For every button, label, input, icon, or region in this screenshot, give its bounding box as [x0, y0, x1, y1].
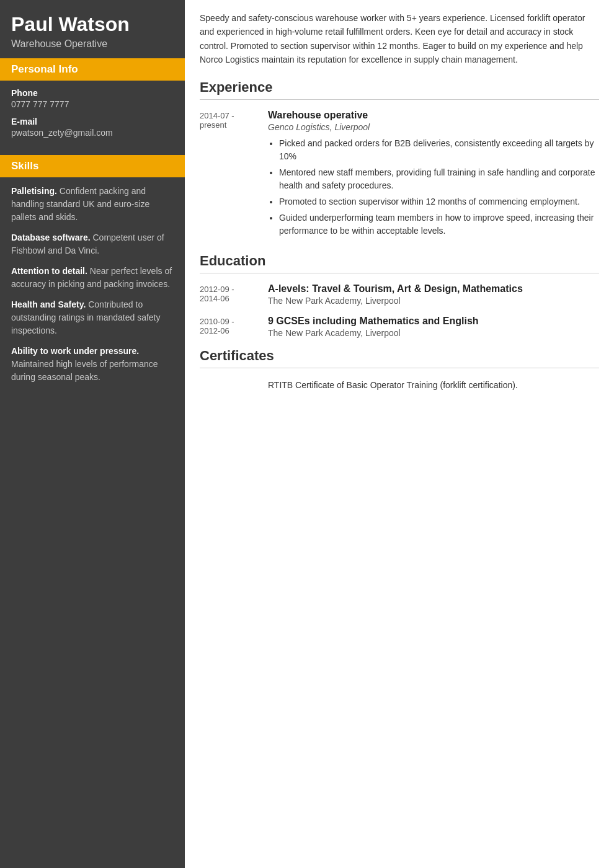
edu-content: 9 GCSEs including Mathematics and Englis…	[268, 316, 599, 338]
candidate-job-title: Warehouse Operative	[11, 38, 174, 50]
edu-school: The New Park Academy, Liverpool	[268, 296, 599, 306]
bullet-item: Mentored new staff members, providing fu…	[279, 166, 599, 192]
entry-content: Warehouse operativeGenco Logistics, Live…	[268, 110, 599, 241]
experience-entry: 2014-07 - presentWarehouse operativeGenc…	[200, 110, 599, 241]
education-entry: 2012-09 - 2014-06A-levels: Travel & Tour…	[200, 283, 599, 306]
skills-section: Palletising. Confident packing and handl…	[0, 185, 185, 401]
phone-value: 0777 777 7777	[11, 99, 174, 109]
education-list: 2012-09 - 2014-06A-levels: Travel & Tour…	[200, 283, 599, 338]
sidebar: Paul Watson Warehouse Operative Personal…	[0, 0, 185, 868]
summary-text: Speedy and safety-conscious warehouse wo…	[200, 11, 599, 67]
entry-date: 2014-07 - present	[200, 110, 268, 241]
certificates-header: Certificates	[200, 348, 599, 364]
education-header: Education	[200, 253, 599, 269]
certificate-text: RTITB Certificate of Basic Operator Trai…	[200, 378, 599, 392]
email-value: pwatson_zety@gmail.com	[11, 128, 174, 138]
personal-info-section: Phone 0777 777 7777 E-mail pwatson_zety@…	[0, 88, 185, 155]
experience-divider	[200, 99, 599, 100]
edu-school: The New Park Academy, Liverpool	[268, 328, 599, 338]
bullet-item: Picked and packed orders for B2B deliver…	[279, 137, 599, 163]
candidate-name: Paul Watson	[11, 12, 174, 36]
experience-header: Experience	[200, 79, 599, 95]
entry-job-title: Warehouse operative	[268, 110, 599, 121]
experience-list: 2014-07 - presentWarehouse operativeGenc…	[200, 110, 599, 241]
skill-item: Palletising. Confident packing and handl…	[11, 185, 174, 224]
phone-label: Phone	[11, 88, 174, 98]
edu-degree: A-levels: Travel & Tourism, Art & Design…	[268, 283, 599, 294]
main-content: Speedy and safety-conscious warehouse wo…	[185, 0, 614, 868]
certificates-divider	[200, 368, 599, 368]
edu-content: A-levels: Travel & Tourism, Art & Design…	[268, 283, 599, 306]
skill-item: Database software. Competent user of Fis…	[11, 231, 174, 257]
skill-item: Ability to work under pressure. Maintain…	[11, 345, 174, 384]
entry-bullets: Picked and packed orders for B2B deliver…	[268, 137, 599, 237]
email-label: E-mail	[11, 117, 174, 126]
name-block: Paul Watson Warehouse Operative	[0, 0, 185, 58]
skill-item: Health and Safety. Contributed to outsta…	[11, 298, 174, 337]
bullet-item: Guided underperforming team members in h…	[279, 211, 599, 237]
education-entry: 2010-09 - 2012-069 GCSEs including Mathe…	[200, 316, 599, 338]
education-divider	[200, 273, 599, 273]
personal-info-header: Personal Info	[0, 58, 185, 81]
entry-company: Genco Logistics, Liverpool	[268, 122, 599, 132]
edu-degree: 9 GCSEs including Mathematics and Englis…	[268, 316, 599, 327]
bullet-item: Promoted to section supervisor within 12…	[279, 195, 599, 208]
skills-header: Skills	[0, 155, 185, 177]
skill-item: Attention to detail. Near perfect levels…	[11, 265, 174, 291]
edu-date: 2012-09 - 2014-06	[200, 283, 268, 306]
edu-date: 2010-09 - 2012-06	[200, 316, 268, 338]
